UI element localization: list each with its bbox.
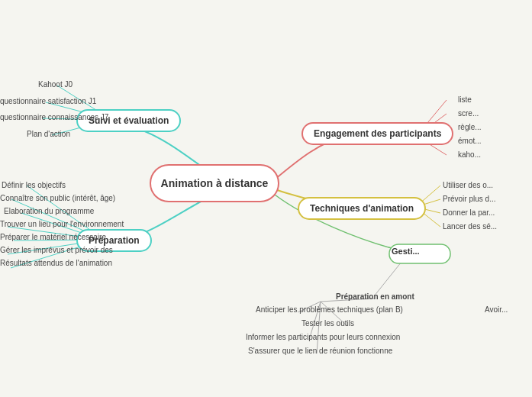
leaf-resultats: Résultats attendus de l'animation — [0, 259, 112, 267]
techniques-node: Techniques d'animation — [298, 197, 426, 220]
leaf-prevoir: Prévoir plus d... — [443, 195, 495, 203]
leaf-programme: Elaboration du programme — [4, 207, 94, 215]
leaf-avoir: Avoir... — [485, 305, 508, 314]
leaf-questionnaire-conn: questionnaire connaissances J7 — [0, 113, 108, 121]
leaf-liste: liste — [458, 95, 472, 104]
leaf-sassurer: S'assurer que le lien de réunion fonctio… — [248, 347, 392, 355]
leaf-scre: scre... — [458, 109, 479, 118]
leaf-kahoot-j0: Kahoot J0 — [38, 80, 73, 89]
leaf-donner: Donner la par... — [443, 208, 495, 217]
leaf-emot: émot... — [458, 137, 482, 145]
leaf-informer: Informer les participants pour leurs con… — [246, 333, 400, 341]
svg-line-25 — [374, 258, 405, 296]
leaf-objectifs: Définir les objectifs — [2, 181, 66, 189]
leaf-questionnaire-sat: questionnaire satisfaction J1 — [0, 97, 96, 105]
center-node: Animation à distance — [150, 164, 279, 202]
gestion-node: Gesti... — [392, 247, 420, 256]
leaf-tester: Tester les outils — [301, 319, 354, 328]
leaf-preparation-amont: Préparation en amont — [336, 292, 414, 301]
engagement-node: Engagement des participants — [301, 122, 453, 145]
leaf-imprevus: Gérer les imprévus et prévoir des — [0, 246, 113, 254]
leaf-plan-action: Plan d'action — [27, 130, 70, 138]
leaf-lieu: Trouver un lieu pour l'environnement — [0, 220, 124, 228]
leaf-materiel: Préparer le matériel nécessaire — [0, 233, 106, 241]
leaf-utiliser: Utiliser des o... — [443, 181, 493, 189]
leaf-lancer: Lancer des sé... — [443, 222, 497, 231]
leaf-kaho: kaho... — [458, 150, 481, 159]
leaf-regle: règle... — [458, 123, 482, 131]
leaf-anticiper: Anticiper les problèmes techniques (plan… — [256, 305, 403, 314]
leaf-public: Connaître son public (intérêt, âge) — [0, 194, 115, 202]
